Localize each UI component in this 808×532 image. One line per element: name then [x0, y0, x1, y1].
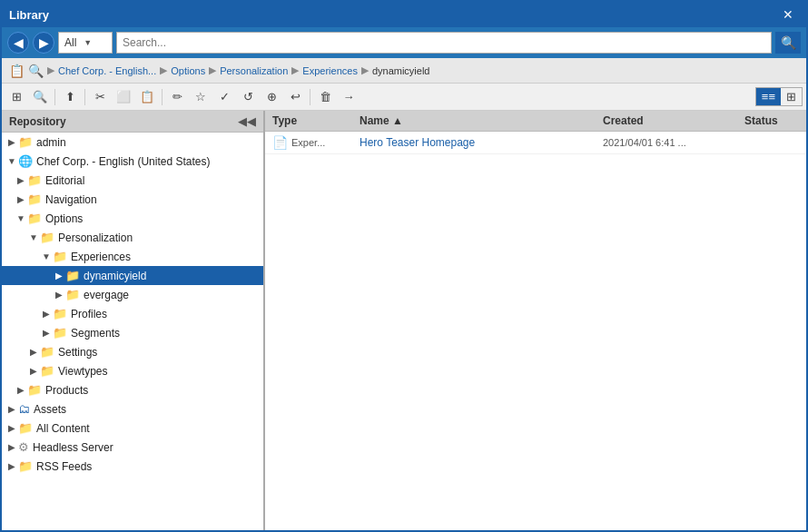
expand-icon: ▼ [27, 232, 40, 244]
expand-icon: ▶ [15, 384, 27, 397]
sidebar-item-options[interactable]: ▼ 📁 Options [2, 209, 263, 228]
sidebar-item-editorial[interactable]: ▶ 📁 Editorial [2, 171, 263, 190]
content-area: Type Name ▲ Created Status 📄 Exper... He… [265, 111, 806, 530]
tree-item-label: dynamicyield [84, 270, 146, 282]
sidebar-item-evergage[interactable]: ▶ 📁 evergage [2, 285, 263, 304]
sidebar-header: Repository ◀◀ [2, 111, 263, 133]
sidebar-item-viewtypes[interactable]: ▶ 📁 Viewtypes [2, 361, 263, 380]
nav-bar: ◀ ▶ All ▼ 🔍 [2, 27, 806, 58]
folder-icon: 📁 [40, 364, 54, 378]
folder-icon: 📁 [27, 173, 42, 187]
expand-icon: ▶ [27, 346, 40, 359]
title-bar: Library ✕ [2, 2, 806, 27]
col-header-status[interactable]: Status [744, 114, 799, 127]
undo-icon: ↩ [291, 90, 301, 103]
folder-icon: 📁 [65, 269, 80, 282]
expand-icon: ▶ [15, 174, 27, 187]
breadcrumb-item-3[interactable]: Experiences [302, 65, 358, 76]
sidebar-item-segments[interactable]: ▶ 📁 Segments [2, 323, 263, 342]
view-grid-icon: ⊞ [786, 90, 796, 103]
expand-icon: ▶ [5, 403, 18, 416]
sync-icon: ⊕ [267, 90, 277, 103]
view-list-icon: ≡≡ [762, 90, 775, 103]
search-button[interactable]: 🔍 [775, 32, 801, 54]
edit-icon: ✏ [172, 90, 182, 103]
toolbar-undo-button[interactable]: ↩ [284, 87, 306, 107]
window-title: Library [9, 8, 49, 22]
col-header-type[interactable]: Type [272, 114, 345, 127]
row-type-label: Exper... [291, 137, 325, 148]
sidebar-item-navigation[interactable]: ▶ 📁 Navigation [2, 190, 263, 209]
toolbar-edit-button[interactable]: ✏ [166, 87, 188, 107]
forward-button[interactable]: ▶ [33, 32, 54, 54]
toolbar-sync-button[interactable]: ⊕ [261, 87, 282, 107]
row-created: 2021/04/01 6:41 ... [603, 137, 730, 148]
toolbar-delete-button[interactable]: 🗑 [314, 87, 336, 107]
search-input[interactable] [123, 36, 765, 49]
folder-icon: 📁 [53, 326, 67, 340]
breadcrumb-search-icon: 🔍 [28, 64, 44, 78]
sidebar-item-products[interactable]: ▶ 📁 Products [2, 380, 263, 399]
toolbar-star-button[interactable]: ☆ [190, 87, 212, 107]
view-list-button[interactable]: ≡≡ [756, 88, 781, 105]
toolbar-clipboard-button[interactable]: ⊞ [5, 87, 27, 107]
sidebar-scroll[interactable]: ▶ 📁 admin ▼ 🌐 Chef Corp. - English (Unit… [2, 133, 263, 530]
folder-icon: 📁 [40, 231, 54, 244]
folder-icon: 📁 [18, 135, 33, 149]
breadcrumb-item-2[interactable]: Personalization [220, 65, 288, 76]
sidebar-item-all-content[interactable]: ▶ 📁 All Content [2, 419, 263, 438]
sidebar-item-rss-feeds[interactable]: ▶ 📁 RSS Feeds [2, 457, 263, 476]
toolbar-check-button[interactable]: ✓ [213, 87, 235, 107]
cut-icon: ✂ [95, 90, 105, 103]
folder-icon: 📁 [53, 307, 67, 320]
tree-item-label: Settings [58, 346, 97, 359]
toolbar-cut-button[interactable]: ✂ [89, 87, 111, 107]
sidebar-collapse-button[interactable]: ◀◀ [238, 114, 256, 128]
sidebar-item-chef-corp[interactable]: ▼ 🌐 Chef Corp. - English (United States) [2, 152, 263, 171]
check-icon: ✓ [220, 90, 230, 103]
scope-dropdown[interactable]: All ▼ [58, 32, 113, 54]
sidebar-item-experiences[interactable]: ▼ 📁 Experiences [2, 247, 263, 266]
move-icon: → [343, 90, 355, 103]
view-grid-button[interactable]: ⊞ [781, 88, 802, 105]
sidebar-item-headless-server[interactable]: ▶ ⚙ Headless Server [2, 438, 263, 457]
table-row[interactable]: 📄 Exper... Hero Teaser Homepage 2021/04/… [265, 132, 806, 154]
toolbar: ⊞ 🔍 ⬆ ✂ ⬜ 📋 ✏ ☆ ✓ ↺ ⊕ ↩ 🗑 → ≡≡ ⊞ [2, 84, 806, 111]
sidebar-item-personalization[interactable]: ▼ 📁 Personalization [2, 228, 263, 247]
breadcrumb-item-1[interactable]: Options [171, 65, 205, 76]
copy-icon: ⬜ [116, 90, 131, 103]
toolbar-move-button[interactable]: → [338, 87, 360, 107]
sidebar-item-profiles[interactable]: ▶ 📁 Profiles [2, 304, 263, 323]
toolbar-search-button[interactable]: 🔍 [29, 87, 51, 107]
toolbar-paste-button[interactable]: 📋 [136, 87, 158, 107]
breadcrumb-item-0[interactable]: Chef Corp. - English... [58, 65, 156, 76]
back-button[interactable]: ◀ [7, 32, 29, 54]
breadcrumb-bar: 📋 🔍 ▶ Chef Corp. - English... ▶ Options … [2, 58, 806, 84]
sidebar: Repository ◀◀ ▶ 📁 admin ▼ 🌐 Chef Corp. -… [2, 111, 265, 530]
toolbar-up-button[interactable]: ⬆ [59, 87, 81, 107]
tree-item-label: Editorial [45, 174, 84, 187]
folder-icon: 📁 [27, 383, 42, 397]
col-header-name[interactable]: Name ▲ [360, 114, 588, 127]
main-area: Repository ◀◀ ▶ 📁 admin ▼ 🌐 Chef Corp. -… [2, 111, 806, 530]
breadcrumb-home-icon: 📋 [9, 64, 25, 78]
row-name[interactable]: Hero Teaser Homepage [360, 136, 588, 149]
expand-icon: ▶ [5, 460, 18, 473]
sidebar-item-settings[interactable]: ▶ 📁 Settings [2, 342, 263, 361]
tree-item-label: All Content [36, 422, 90, 435]
expand-icon: ▶ [15, 193, 27, 206]
toolbar-copy-button[interactable]: ⬜ [113, 87, 134, 107]
col-header-created[interactable]: Created [603, 114, 730, 127]
sidebar-item-assets[interactable]: ▶ 🗂 Assets [2, 399, 263, 419]
expand-icon: ▶ [53, 270, 65, 282]
folder-icon: 📁 [27, 192, 42, 206]
sidebar-item-dynamicyield[interactable]: ▶ 📁 dynamicyield [2, 266, 263, 285]
close-button[interactable]: ✕ [777, 5, 799, 24]
toolbar-refresh-button[interactable]: ↺ [237, 87, 259, 107]
tree-item-label: Chef Corp. - English (United States) [36, 155, 210, 168]
assets-icon: 🗂 [18, 402, 30, 416]
sidebar-item-admin[interactable]: ▶ 📁 admin [2, 133, 263, 152]
expand-icon: ▼ [5, 155, 18, 168]
globe-icon: 🌐 [18, 154, 33, 168]
folder-icon: 📁 [27, 212, 42, 225]
